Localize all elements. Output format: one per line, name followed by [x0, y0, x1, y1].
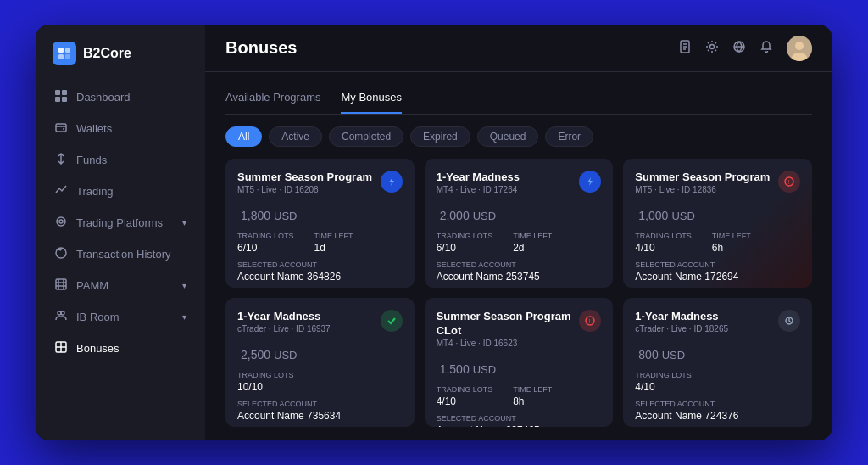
document-icon[interactable]: [678, 40, 692, 57]
filter-error[interactable]: Error: [545, 126, 593, 147]
sidebar-item-ib-room[interactable]: IB Room ▾: [44, 302, 197, 332]
filter-completed[interactable]: Completed: [329, 126, 403, 147]
sidebar-item-trading-platforms-label: Trading Platforms: [76, 216, 163, 229]
svg-point-18: [61, 311, 64, 315]
tab-bar: Available Programs My Bonuses: [225, 86, 812, 115]
bell-icon[interactable]: [760, 40, 773, 57]
svg-rect-5: [62, 90, 67, 95]
svg-rect-7: [62, 97, 67, 102]
card-5-subtitle: MT4 · Live · ID 16623: [437, 339, 580, 348]
svg-text:!: !: [788, 179, 790, 185]
bonus-card-3: Summer Season Program MT5 · Live · ID 12…: [623, 159, 812, 288]
sidebar-item-pamm[interactable]: PAMM ▾: [44, 271, 197, 300]
card-1-subtitle: MT5 · Live · ID 16208: [237, 185, 372, 194]
card-5-account-label: Selected Account: [437, 414, 602, 423]
chevron-down-icon: ▾: [182, 312, 186, 322]
card-1-title: Summer Season Program: [237, 171, 372, 185]
chevron-down-icon: ▾: [182, 281, 186, 290]
topbar-actions: [678, 36, 812, 61]
card-4-account-value: Account Name 735634: [237, 410, 403, 422]
trading-platforms-icon: [54, 216, 68, 230]
svg-rect-6: [55, 97, 60, 102]
sidebar-item-pamm-label: PAMM: [76, 279, 108, 292]
svg-rect-2: [58, 54, 64, 59]
card-6-header: 1-Year Madness cTrader · Live · ID 18265: [635, 310, 800, 337]
card-4-subtitle: cTrader · Live · ID 16937: [237, 324, 331, 333]
bonus-card-6: 1-Year Madness cTrader · Live · ID 18265…: [623, 298, 812, 427]
card-6-subtitle: cTrader · Live · ID 18265: [635, 324, 728, 333]
card-6-stats: Trading Lots 4/10: [635, 371, 800, 393]
svg-point-29: [795, 42, 804, 50]
main-content: Bonuses: [205, 25, 832, 440]
card-1-time: Time Left 1d: [314, 232, 353, 254]
settings-icon[interactable]: [705, 40, 719, 57]
bonus-card-4: 1-Year Madness cTrader · Live · ID 16937…: [225, 298, 415, 427]
card-3-time: Time Left 6h: [712, 232, 751, 254]
filter-all[interactable]: All: [225, 126, 262, 147]
card-5-lots: Trading Lots 4/10: [437, 385, 493, 407]
svg-marker-31: [389, 177, 394, 186]
bonus-card-2: 1-Year Madness MT4 · Live · ID 17264 2,0…: [425, 159, 614, 288]
filter-bar: All Active Completed Expired Queued Erro…: [225, 126, 812, 147]
card-2-title: 1-Year Madness: [437, 171, 520, 185]
card-2-amount: 2,000USD: [437, 203, 602, 225]
filter-active[interactable]: Active: [269, 126, 322, 147]
card-2-title-group: 1-Year Madness MT4 · Live · ID 17264: [437, 171, 520, 198]
card-5-account-value: Account Name 837465: [437, 424, 602, 427]
sidebar-item-dashboard[interactable]: Dashboard: [44, 82, 197, 112]
sidebar-item-trading-label: Trading: [76, 185, 114, 198]
svg-text:!: !: [589, 318, 591, 324]
card-6-account-value: Account Name 724376: [635, 410, 800, 422]
card-3-account-value: Account Name 172694: [635, 271, 800, 283]
svg-rect-4: [55, 90, 60, 95]
logo-text: B2Core: [83, 46, 131, 61]
card-4-lots: Trading Lots 10/10: [237, 371, 294, 393]
sidebar-item-trading[interactable]: Trading: [44, 176, 197, 206]
card-5-time: Time Left 8h: [513, 385, 552, 407]
svg-rect-3: [65, 54, 70, 59]
card-2-account-label: Selected Account: [437, 261, 602, 269]
content-area: Available Programs My Bonuses All Active…: [205, 72, 832, 440]
sidebar-item-bonuses[interactable]: Bonuses: [44, 333, 197, 363]
filter-queued[interactable]: Queued: [477, 126, 539, 147]
card-2-account-value: Account Name 253745: [437, 271, 602, 283]
topbar: Bonuses: [205, 25, 832, 72]
card-4-title-group: 1-Year Madness cTrader · Live · ID 16937: [237, 310, 331, 337]
bonus-card-1: Summer Season Program MT5 · Live · ID 16…: [225, 159, 415, 288]
card-4-amount: 2,500USD: [237, 342, 403, 364]
sidebar-item-transaction-history[interactable]: Transaction History: [44, 239, 197, 269]
trading-icon: [54, 184, 68, 199]
svg-rect-1: [65, 48, 70, 53]
sidebar-item-trading-platforms[interactable]: Trading Platforms ▾: [44, 208, 197, 238]
sidebar-item-funds[interactable]: Funds: [44, 145, 197, 175]
wallets-icon: [54, 121, 68, 136]
tab-my-bonuses[interactable]: My Bonuses: [341, 86, 402, 114]
card-3-subtitle: MT5 · Live · ID 12836: [635, 185, 770, 194]
card-3-header: Summer Season Program MT5 · Live · ID 12…: [635, 171, 800, 198]
filter-expired[interactable]: Expired: [410, 126, 470, 147]
logo: B2Core: [36, 42, 205, 82]
page-title: Bonuses: [225, 38, 297, 58]
avatar[interactable]: [787, 36, 812, 61]
svg-point-10: [57, 217, 65, 226]
sidebar-item-wallets[interactable]: Wallets: [44, 114, 197, 143]
globe-icon[interactable]: [732, 40, 746, 57]
card-6-lots: Trading Lots 4/10: [635, 371, 692, 393]
card-5-badge: !: [579, 310, 601, 332]
card-1-stats: Trading Lots 6/10 Time Left 1d: [237, 232, 403, 254]
card-1-account-value: Account Name 364826: [237, 271, 403, 283]
card-6-badge: [778, 310, 800, 332]
card-3-account-label: Selected Account: [635, 261, 800, 269]
card-1-header: Summer Season Program MT5 · Live · ID 16…: [237, 171, 403, 198]
card-4-title: 1-Year Madness: [237, 310, 331, 324]
logo-icon: [53, 42, 76, 65]
card-3-title-group: Summer Season Program MT5 · Live · ID 12…: [635, 171, 770, 198]
card-5-header: Summer Season Program CLot MT4 · Live · …: [437, 310, 602, 351]
card-2-lots: Trading Lots 6/10: [437, 232, 493, 254]
svg-point-26: [710, 44, 715, 48]
card-5-title-group: Summer Season Program CLot MT4 · Live · …: [437, 310, 580, 351]
card-2-stats: Trading Lots 6/10 Time Left 2d: [437, 232, 602, 254]
app-window: B2Core Dashboard Wallets Funds: [36, 25, 832, 440]
dashboard-icon: [54, 90, 68, 104]
tab-available-programs[interactable]: Available Programs: [225, 86, 320, 114]
